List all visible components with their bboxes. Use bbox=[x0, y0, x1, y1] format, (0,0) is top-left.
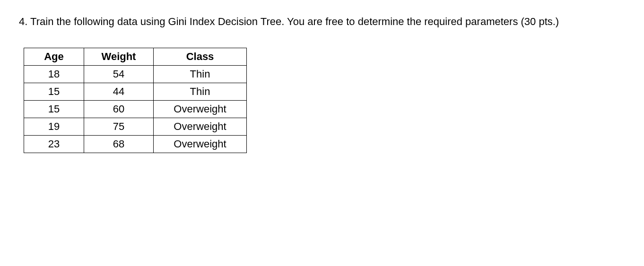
cell-weight: 75 bbox=[84, 118, 154, 135]
cell-class: Overweight bbox=[154, 135, 247, 153]
cell-weight: 68 bbox=[84, 135, 154, 153]
table-header-row: Age Weight Class bbox=[24, 48, 247, 66]
table-row: 23 68 Overweight bbox=[24, 135, 247, 153]
data-table: Age Weight Class 18 54 Thin 15 44 Thin 1… bbox=[24, 48, 247, 153]
cell-weight: 54 bbox=[84, 66, 154, 83]
cell-class: Overweight bbox=[154, 118, 247, 135]
table-row: 15 60 Overweight bbox=[24, 100, 247, 118]
cell-weight: 44 bbox=[84, 83, 154, 100]
cell-age: 18 bbox=[24, 66, 84, 83]
cell-class: Thin bbox=[154, 83, 247, 100]
cell-weight: 60 bbox=[84, 100, 154, 118]
table-row: 19 75 Overweight bbox=[24, 118, 247, 135]
table-row: 18 54 Thin bbox=[24, 66, 247, 83]
cell-class: Overweight bbox=[154, 100, 247, 118]
cell-age: 19 bbox=[24, 118, 84, 135]
header-weight: Weight bbox=[84, 48, 154, 66]
table-row: 15 44 Thin bbox=[24, 83, 247, 100]
cell-age: 23 bbox=[24, 135, 84, 153]
header-age: Age bbox=[24, 48, 84, 66]
question-text: 4. Train the following data using Gini I… bbox=[19, 13, 625, 30]
cell-class: Thin bbox=[154, 66, 247, 83]
cell-age: 15 bbox=[24, 83, 84, 100]
header-class: Class bbox=[154, 48, 247, 66]
cell-age: 15 bbox=[24, 100, 84, 118]
